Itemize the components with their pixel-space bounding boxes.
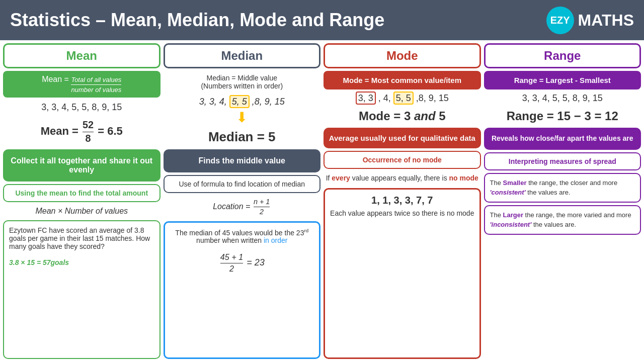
median-values-text: 3, 3, 4, 5, 5 ,8, 9, 15 <box>199 95 285 108</box>
median-title: Median <box>164 43 321 68</box>
mode-no-mode-text: no mode <box>449 174 478 182</box>
mode-values: 3, 3 , 4, 5, 5 ,8, 9, 15 <box>324 92 481 105</box>
mode-every-highlight: every <box>332 174 350 182</box>
range-description: Reveals how close/far apart the values a… <box>484 128 641 150</box>
median-column: Median Median = Middle value (Numbers wr… <box>164 43 321 359</box>
mode-example-values: 1, 1, 3, 3, 7, 7 <box>330 195 474 206</box>
mode-definition: Mode = Most common value/item <box>324 71 481 89</box>
mean-formula-box: Mean = Total of all values number of val… <box>3 71 160 98</box>
range-title: Range <box>484 43 641 68</box>
range-card-smaller: The Smaller the range, the closer and mo… <box>484 173 641 203</box>
median-result: Median = 5 <box>164 127 321 147</box>
main-grid: Mean Mean = Total of all values number o… <box>0 40 644 362</box>
median-example-formula: 45 + 1 2 = 23 <box>219 257 265 267</box>
median-arrow-icon: ⬇ <box>164 111 321 125</box>
mode-title: Mode <box>324 43 481 68</box>
mean-column: Mean Mean = Total of all values number o… <box>3 43 160 359</box>
mean-use-label: Using the mean to find the total amount <box>3 184 160 202</box>
median-formula-fraction: n + 1 2 <box>254 198 270 217</box>
range-smaller-text: Smaller <box>503 179 527 187</box>
range-column: Range Range = Largest - Smallest 3, 3, 4… <box>484 43 641 359</box>
mean-problem: Ezytown FC have scored an average of 3.8… <box>3 220 160 359</box>
range-interp-label: Interpreting measures of spread <box>484 152 641 170</box>
mean-values: 3, 3, 4, 5, 5, 8, 9, 15 <box>3 100 160 115</box>
logo-text: MATHS <box>578 11 634 30</box>
mean-description: Collect it all together and share it out… <box>3 149 160 182</box>
median-example-fraction: 45 + 1 2 <box>220 252 243 274</box>
page-header: Statistics – Mean, Median, Mode and Rang… <box>0 0 644 40</box>
mode-column: Mode Mode = Most common value/item 3, 3 … <box>324 43 481 359</box>
median-example-box: The median of 45 values would be the 23r… <box>164 221 321 359</box>
median-definition: Median = Middle value (Numbers written i… <box>164 71 321 93</box>
range-inconsistent-text: 'inconsistent' <box>490 221 532 228</box>
median-highlight: 5, 5 <box>229 95 250 108</box>
mode-example-box: 1, 1, 3, 3, 7, 7 Each value appears twic… <box>324 188 481 359</box>
logo-circle: EZY <box>546 7 574 34</box>
mean-fraction: Total of all values number of values <box>71 76 121 94</box>
mode-highlight2: 5, 5 <box>393 92 414 105</box>
range-values: 3, 3, 4, 5, 5, 8, 9, 15 <box>484 92 641 105</box>
mean-use-formula: Mean × Number of values <box>3 205 160 218</box>
mode-example-text: Each value appears twice so there is no … <box>330 209 474 217</box>
range-larger-text: Larger <box>503 211 523 219</box>
mean-title: Mean <box>3 43 160 68</box>
mean-answer: 3.8 × 15 = 57goals <box>9 258 69 266</box>
range-card-larger: The Larger the range, the more varied an… <box>484 205 641 235</box>
mean-calc: Mean = 52 8 = 6.5 <box>3 117 160 147</box>
mean-calc-fraction: 52 8 <box>83 119 94 145</box>
median-description: Finds the middle value <box>164 149 321 172</box>
median-formula-display: Location = n + 1 2 <box>164 196 321 219</box>
mode-no-mode-label: Occurrence of no mode <box>324 151 481 169</box>
logo: EZY MATHS <box>546 7 634 34</box>
page-title: Statistics – Mean, Median, Mode and Rang… <box>10 10 384 31</box>
mode-description: Average usually used for qualitative dat… <box>324 128 481 148</box>
median-values: 3, 3, 4, 5, 5 ,8, 9, 15 <box>164 96 321 108</box>
range-definition: Range = Largest - Smallest <box>484 71 641 89</box>
range-consistent-text: 'consistent' <box>490 189 526 196</box>
mode-result: Mode = 3 and 5 <box>324 107 481 125</box>
mode-highlight1: 3, 3 <box>356 92 376 105</box>
median-use-label: Use of formula to find location of media… <box>164 175 321 193</box>
range-result: Range = 15 − 3 = 12 <box>484 107 641 125</box>
mode-explanation: If every value appears equally, there is… <box>324 171 481 186</box>
